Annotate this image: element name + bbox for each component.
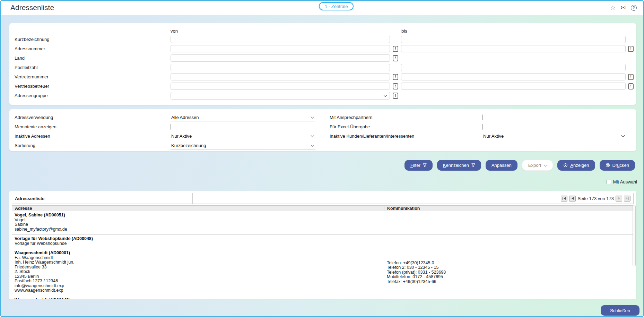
kommunikation-cell (384, 296, 634, 300)
vertreternummer-bis-input[interactable] (401, 73, 626, 80)
kommunikation-line: Mobiltelefon: 0172 - 4587695 (387, 275, 631, 280)
filter-row-vertreternummer: Vertreternummer ! ! (15, 72, 636, 82)
inaktive-kunden-select[interactable]: Nur Aktive (482, 132, 626, 140)
vertreternummer-bis-lookup-icon[interactable]: ! (628, 74, 634, 80)
address-line: 12345 Berlin (15, 274, 381, 279)
pagination: Seite 173 von 173 (561, 196, 633, 202)
close-button[interactable]: Schließen (601, 305, 639, 316)
table-row[interactable]: Vogel, Sabine (AD00051) Vogel Sabine sab… (12, 211, 634, 235)
header-icons: ☆ ✉ ? (609, 4, 637, 11)
vertreternummer-von-input[interactable] (171, 73, 390, 80)
adressnummer-bis-lookup-icon[interactable]: ! (628, 46, 634, 52)
adressverwendung-select[interactable]: Alle Adressen (171, 114, 315, 121)
table-row[interactable]: Vorlage für Webshopkunde (AD00048) Vorla… (12, 235, 634, 249)
last-page-button[interactable] (624, 196, 630, 202)
address-title: Waagenschmidt (AD00043) (15, 298, 381, 300)
filter-row-adressengruppe: Adressengruppe ! (15, 91, 636, 100)
address-line: Vogel (15, 218, 381, 223)
anzeigen-button[interactable]: Anzeigen (557, 160, 595, 171)
previous-page-button[interactable] (569, 196, 576, 202)
kurzbezeichnung-bis-input[interactable] (401, 36, 626, 43)
option-label-mit-ansprechpartnern: Mit Ansprechpartnern (330, 115, 482, 120)
table-scrollbar[interactable] (633, 205, 636, 266)
adressnummer-von-input[interactable] (171, 45, 390, 52)
chevron-down-icon (311, 143, 314, 147)
filter-row-postleitzahl: Postleitzahl (15, 63, 636, 72)
option-label-inaktive-adressen: Inaktive Adressen (15, 134, 171, 139)
mit-auswahl-checkbox[interactable] (607, 180, 611, 184)
context-badge[interactable]: 1 - Zentrale (319, 2, 354, 10)
postleitzahl-bis-input[interactable] (401, 64, 626, 71)
sortierung-value: Kurzbezeichnung (171, 143, 206, 148)
context-badge-label: 1 - Zentrale (325, 4, 348, 9)
drucken-button[interactable]: Drucken (600, 160, 635, 171)
funnel-icon (471, 163, 475, 167)
kommunikation-line: Telefon (privat): 0331 - 523698 (387, 270, 631, 275)
kennzeichen-button[interactable]: Kennzeichen (437, 160, 481, 171)
adressengruppe-lookup-icon[interactable]: ! (393, 93, 398, 99)
vertriebsbetreuer-von-input[interactable] (171, 83, 390, 90)
mit-ansprechpartnern-checkbox[interactable] (482, 114, 483, 120)
vertreternummer-von-lookup-icon[interactable]: ! (393, 74, 398, 80)
inaktive-kunden-value: Nur Aktive (483, 134, 504, 139)
address-line: Friedensallee 33 (15, 265, 381, 270)
column-header-kommunikation[interactable]: Kommunikation (384, 206, 633, 211)
kommunikation-cell: Telefon: +49(30)12345-0 Telefon 2: 030 -… (384, 249, 634, 296)
page-title: Adressenliste (10, 3, 54, 12)
anpassen-button[interactable]: Anpassen (486, 160, 517, 171)
filter-button[interactable]: Filter (404, 160, 433, 171)
land-von-input[interactable] (171, 54, 390, 62)
filter-label: Kurzbezeichnung (15, 37, 171, 42)
filter-label: Land (15, 55, 171, 61)
help-icon[interactable]: ? (630, 4, 637, 11)
view-icon (563, 163, 568, 168)
sortierung-select[interactable]: Kurzbezeichnung (171, 142, 315, 149)
first-page-button[interactable] (561, 196, 567, 202)
adressengruppe-select[interactable] (171, 92, 390, 100)
option-label-adressverwendung: Adressverwendung (15, 115, 171, 120)
kommunikation-line: Telefax: +49(30)12345-66 (387, 280, 631, 284)
inaktive-adressen-select[interactable]: Nur Aktive (171, 132, 315, 140)
adressnummer-bis-input[interactable] (401, 45, 626, 52)
column-header-adresse[interactable]: Adresse (12, 206, 384, 211)
page-status: Seite 173 von 173 (577, 196, 614, 201)
export-button[interactable]: Export (522, 160, 553, 171)
chevron-down-icon (311, 134, 314, 137)
address-line: info@waagenschmidt.exp (15, 284, 381, 289)
land-von-lookup-icon[interactable]: ! (393, 55, 398, 61)
adressnummer-von-lookup-icon[interactable]: ! (393, 46, 398, 52)
inaktive-adressen-value: Nur Aktive (171, 134, 192, 139)
filter-row-kurzbezeichnung: Kurzbezeichnung (15, 35, 636, 44)
table-row[interactable]: Waagenschmidt (AD00043) (12, 296, 634, 300)
results-panel: Adressenliste Seite 173 von 173 Adresse … (9, 191, 636, 300)
range-column-headers: von bis (15, 26, 636, 34)
address-line: 2. Stock (15, 269, 381, 274)
kurzbezeichnung-von-input[interactable] (171, 36, 390, 43)
column-header-bis: bis (401, 28, 407, 34)
mit-auswahl-option: Mit Auswahl (607, 179, 637, 185)
kommunikation-line: Telefon: +49(30)12345-0 (387, 261, 631, 266)
filter-row-land: Land ! (15, 53, 636, 63)
vertriebsbetreuer-bis-input[interactable] (401, 83, 626, 90)
favorite-star-icon[interactable]: ☆ (609, 4, 616, 11)
kommunikation-line: Telefon 2: 030 - 12345 - 15 (387, 265, 631, 270)
excel-uebergabe-checkbox[interactable] (482, 124, 483, 130)
kommunikation-cell (384, 211, 634, 234)
table-row[interactable]: Waagenschmidt (AD00001) Fa. Waagenschmid… (12, 249, 634, 296)
vertriebsbetreuer-bis-lookup-icon[interactable]: ! (628, 83, 634, 89)
memotexte-anzeigen-checkbox[interactable] (171, 124, 171, 130)
option-label-memotexte: Memotexte anzeigen (15, 124, 171, 129)
printer-icon (606, 163, 610, 168)
chevron-down-icon (311, 115, 314, 119)
filter-row-vertriebsbetreuer: Vertriebsbetreuer ! ! (15, 82, 636, 91)
results-tab-adressenliste[interactable]: Adressenliste (12, 193, 193, 204)
address-title: Waagenschmidt (AD00001) (15, 251, 381, 256)
filter-row-adressnummer: Adressnummer ! ! (15, 44, 636, 53)
address-line: sabine_myfactory@gmx.de (15, 227, 381, 232)
vertriebsbetreuer-von-lookup-icon[interactable]: ! (393, 83, 398, 89)
mail-icon[interactable]: ✉ (620, 4, 627, 11)
range-filter-panel: von bis Kurzbezeichnung Adressnummer ! !… (9, 23, 636, 105)
next-page-button[interactable] (616, 196, 622, 202)
mit-auswahl-label: Mit Auswahl (613, 179, 637, 185)
postleitzahl-von-input[interactable] (171, 64, 390, 71)
